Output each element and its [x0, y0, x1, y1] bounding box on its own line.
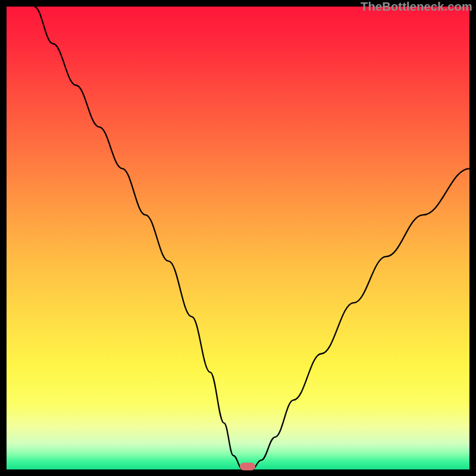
optimal-point-marker	[240, 462, 255, 470]
plot-area	[7, 7, 469, 469]
svg-rect-0	[7, 7, 469, 469]
watermark-text: TheBottleneck.com	[361, 0, 472, 14]
gradient-background	[7, 7, 469, 469]
